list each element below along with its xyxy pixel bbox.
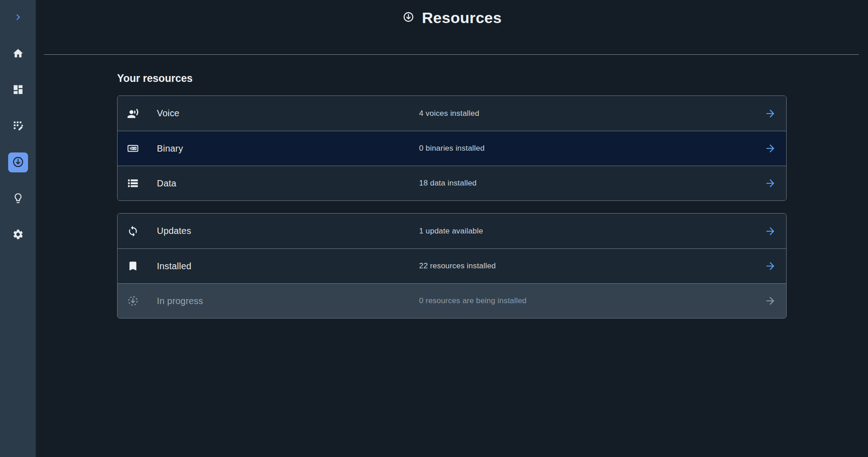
row-status: 0 binaries installed <box>419 144 485 153</box>
row-status: 1 update available <box>419 227 483 236</box>
section-title: Your resources <box>117 72 787 85</box>
row-status: 22 resources installed <box>419 262 496 271</box>
row-status: 0 resources are being installed <box>419 296 527 305</box>
bookmark-icon <box>127 260 139 272</box>
row-label: Installed <box>157 261 191 271</box>
voice-icon <box>127 108 139 119</box>
chevron-right-icon <box>12 11 24 24</box>
row-label: Updates <box>157 226 191 236</box>
sidebar-toggle-button[interactable] <box>7 7 29 29</box>
arrow-right-icon <box>764 177 776 189</box>
sync-icon <box>127 225 139 237</box>
list-item-installed[interactable]: Installed 22 resources installed <box>118 248 786 283</box>
arrow-right-icon <box>764 295 776 307</box>
sidebar-item-editor[interactable] <box>7 115 29 137</box>
list-item-voice[interactable]: Voice 4 voices installed <box>118 96 786 131</box>
home-icon <box>12 48 24 61</box>
sidebar-item-home[interactable] <box>7 43 29 65</box>
list-item-updates[interactable]: Updates 1 update available <box>118 214 786 248</box>
row-status: 4 voices installed <box>419 109 479 118</box>
header-divider <box>44 54 859 55</box>
arrow-right-icon <box>764 260 776 272</box>
page-header: Resources <box>36 0 868 28</box>
main-area: Resources Your resources Voice 4 voices … <box>36 0 868 319</box>
download-circle-icon <box>402 11 415 25</box>
resource-status-card: Updates 1 update available Installed 22 … <box>117 213 787 319</box>
lightbulb-icon <box>12 192 24 205</box>
active-item-highlight <box>8 152 28 172</box>
sidebar-item-dashboard[interactable] <box>7 79 29 101</box>
sidebar-item-resources[interactable] <box>7 152 29 173</box>
resource-types-card: Voice 4 voices installed Binary 0 binari <box>117 95 787 201</box>
data-storage-icon <box>127 177 139 189</box>
sidebar <box>0 0 36 457</box>
binary-icon <box>127 143 139 154</box>
arrow-right-icon <box>764 143 776 154</box>
row-label: In progress <box>157 296 203 306</box>
sidebar-item-ideas[interactable] <box>7 188 29 209</box>
arrow-right-icon <box>764 108 776 119</box>
downloading-icon <box>127 295 139 307</box>
row-label: Data <box>157 178 176 189</box>
arrow-right-icon <box>764 225 776 237</box>
row-label: Binary <box>157 143 183 154</box>
sidebar-item-settings[interactable] <box>7 224 29 246</box>
app-registration-icon <box>12 120 24 133</box>
download-circle-icon <box>12 156 24 170</box>
page-title: Resources <box>422 9 502 27</box>
resources-section: Your resources Voice 4 voices installed <box>117 72 787 319</box>
row-status: 18 data installed <box>419 179 476 188</box>
list-item-in-progress[interactable]: In progress 0 resources are being instal… <box>118 283 786 318</box>
list-item-data[interactable]: Data 18 data installed <box>118 166 786 200</box>
row-label: Voice <box>157 108 179 119</box>
gear-icon <box>12 228 24 242</box>
dashboard-icon <box>12 84 24 97</box>
list-item-binary[interactable]: Binary 0 binaries installed <box>118 131 786 166</box>
